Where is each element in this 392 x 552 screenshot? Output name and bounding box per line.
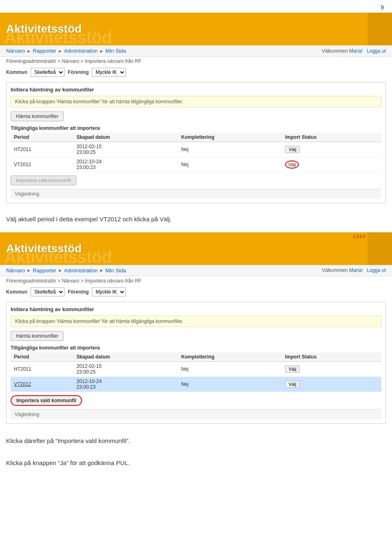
cell-date-selected: 2012-10-2423:00:23	[73, 376, 178, 392]
table-row: HT2011 2012-02-1523:00:25 Nej Välj	[11, 361, 381, 376]
nav-sep-2b: ►	[58, 268, 62, 273]
instruction-2: Klicka därefter på “Importera vald kommu…	[6, 435, 386, 446]
page-number: 9	[0, 0, 392, 13]
card2-info: Klicka på knappen 'Hämta kommunfiler' fö…	[11, 316, 381, 327]
cell-period: VT2012	[11, 157, 73, 172]
nav-user-link-2[interactable]: Maria!	[349, 267, 363, 273]
kommun-select[interactable]: Skellefteå	[31, 68, 65, 77]
screenshot-1: Aktivitetsstöd Aktivitetsstöd Närvaro ► …	[0, 13, 392, 203]
nav-narvaro-2[interactable]: Närvaro	[6, 267, 25, 274]
nav-bar: Närvaro ► Rapporter ► Administration ► M…	[0, 45, 392, 57]
app-logo: Aktivitetsstöd	[6, 22, 82, 36]
card2-table: Period Skapad datum Komplettering Import…	[11, 352, 381, 392]
card1-title: Initiera hämtning av kommunfiler	[11, 87, 381, 93]
header-accent-2	[368, 232, 392, 265]
fetch-button-2[interactable]: Hämta kommunfiler	[11, 331, 64, 341]
cell-period: HT2011	[11, 361, 73, 376]
nav-min-sida-2[interactable]: Min Sida	[105, 267, 126, 274]
nav-right-2: Välkommen Maria! Logga ut	[322, 267, 386, 273]
cell-status-selected: Välj	[282, 376, 381, 392]
header-accent	[368, 13, 392, 45]
nav-rapporter-2[interactable]: Rapporter	[33, 267, 56, 274]
cell-komplettering: Nej	[178, 157, 282, 172]
guidance-bar-1: Vägledning	[11, 189, 381, 199]
nav-spacer-2	[364, 267, 365, 273]
nav-right: Välkommen Maria! Logga ut	[322, 48, 386, 54]
th-status: Import Status	[282, 133, 381, 142]
card1-table: Period Skapad datum Komplettering Import…	[11, 133, 381, 172]
content-card-1: Initiera hämtning av kommunfiler Klicka …	[6, 82, 386, 203]
cell-status: Välj	[282, 142, 381, 157]
breadcrumb: Föreningsadministratör > Närvaro > Impor…	[0, 57, 392, 66]
nav-rapporter[interactable]: Rapporter	[33, 48, 56, 54]
cell-date: 2012-02-1523:00:25	[73, 361, 178, 376]
th-komplettering: Komplettering	[178, 133, 282, 142]
nav-spacer	[364, 48, 365, 54]
th-skapad: Skapad datum	[73, 133, 178, 142]
nav-administration-2[interactable]: Administration	[64, 267, 98, 274]
valj-button-3[interactable]: Välj	[285, 365, 300, 373]
th-period: Period	[11, 133, 73, 142]
nav-bar-2: Närvaro ► Rapporter ► Administration ► M…	[0, 265, 392, 276]
kommun-label: Kommun	[6, 69, 27, 75]
cell-period-selected: VT2012	[11, 376, 73, 392]
content-card-2: Initiera hämtning av kommunfiler Klicka …	[6, 302, 386, 424]
cell-date: 2012-10-2423:00:23	[73, 157, 178, 172]
card2-title: Initiera hämtning av kommunfiler	[11, 306, 381, 312]
import-button-2-circled[interactable]: Importera vald kommunfil	[11, 395, 82, 406]
nav-sep-3b: ►	[99, 268, 104, 273]
breadcrumb-2: Föreningsadministratör > Närvaro > Impor…	[0, 276, 392, 285]
app-header: Aktivitetsstöd Aktivitetsstöd	[0, 13, 392, 45]
table-row: VT2012 2012-10-2423:00:23 Nej Välj	[11, 157, 381, 172]
import-button-1[interactable]: Importera vald kommunfil	[11, 176, 76, 185]
table-header-row: Period Skapad datum Komplettering Import…	[11, 133, 381, 142]
cell-date: 2012-02-1523:00:25	[73, 142, 178, 157]
nav-user-link[interactable]: Maria!	[349, 48, 363, 54]
filter-row-2: Kommun Skellefteå Förening Myckle IK	[0, 285, 392, 298]
forening-select-2[interactable]: Myckle IK	[92, 287, 126, 296]
cell-komplettering-selected: Nej	[178, 376, 282, 392]
nav-min-sida[interactable]: Min Sida	[105, 48, 126, 54]
instruction-1: Välj aktuell period i detta exempel VT20…	[0, 207, 392, 230]
screenshot-2: Aktivitetsstöd Aktivitetsstöd 1.3.0.0 Nä…	[0, 232, 392, 424]
table-row-selected: VT2012 2012-10-2423:00:23 Nej Välj	[11, 376, 381, 392]
card1-info: Klicka på knappen 'Hämta kommunfiler' fö…	[11, 96, 381, 107]
cell-komplettering: Nej	[178, 361, 282, 376]
cell-komplettering: Nej	[178, 142, 282, 157]
kommun-select-2[interactable]: Skellefteå	[31, 287, 65, 296]
card1-available-title: Tillgängliga kommunfiler att importera	[11, 125, 381, 131]
table-row: HT2011 2012-02-1523:00:25 Nej Välj	[11, 142, 381, 157]
cell-status: Välj	[282, 157, 381, 172]
nav-logout-2[interactable]: Logga ut	[367, 267, 386, 273]
guidance-bar-2: Vägledning	[11, 409, 381, 419]
th-period-2: Period	[11, 352, 73, 362]
app-header-2: Aktivitetsstöd Aktivitetsstöd 1.3.0.0	[0, 232, 392, 265]
nav-narvaro[interactable]: Närvaro	[6, 48, 25, 54]
nav-sep-3: ►	[99, 49, 104, 53]
nav-sep-2: ►	[58, 49, 62, 53]
valj-button-1[interactable]: Välj	[285, 146, 300, 153]
th-status-2: Import Status	[282, 352, 381, 362]
app-logo-2: Aktivitetsstöd	[6, 242, 82, 255]
kommun-label-2: Kommun	[6, 289, 27, 295]
welcome-text-2: Välkommen	[322, 267, 347, 273]
valj-button-4[interactable]: Välj	[285, 381, 300, 388]
filter-row: Kommun Skellefteå Förening Myckle IK	[0, 66, 392, 79]
th-komplettering-2: Komplettering	[178, 352, 282, 362]
nav-administration[interactable]: Administration	[64, 48, 98, 54]
cell-status: Välj	[282, 361, 381, 376]
valj-button-2-circled[interactable]: Välj	[285, 160, 299, 169]
nav-links-2: Närvaro ► Rapporter ► Administration ► M…	[6, 267, 126, 274]
welcome-text: Välkommen	[322, 48, 347, 54]
forening-label-2: Förening	[68, 289, 89, 295]
nav-sep-1b: ►	[27, 268, 31, 273]
card2-available-title: Tillgängliga kommunfiler att importera	[11, 345, 381, 351]
fetch-button-1[interactable]: Hämta kommunfiler	[11, 111, 64, 121]
instruction-3: Klicka på knappen “Ja” för att godkänna …	[6, 457, 386, 468]
forening-select[interactable]: Myckle IK	[92, 68, 126, 77]
nav-logout[interactable]: Logga ut	[367, 48, 386, 54]
table-header-row-2: Period Skapad datum Komplettering Import…	[11, 352, 381, 362]
nav-links: Närvaro ► Rapporter ► Administration ► M…	[6, 48, 126, 54]
cell-period: HT2011	[11, 142, 73, 157]
th-skapad-2: Skapad datum	[73, 352, 178, 362]
